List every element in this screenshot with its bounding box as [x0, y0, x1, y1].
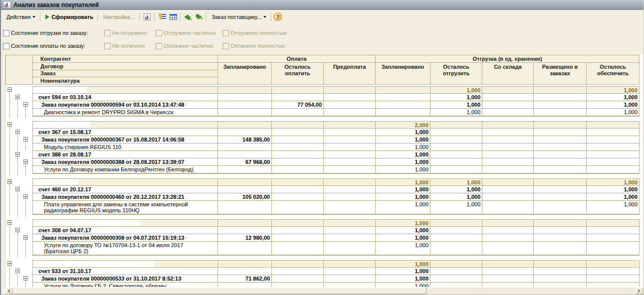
expand-groups-icon[interactable]: [194, 11, 205, 22]
value-cell[interactable]: 1,000: [376, 158, 430, 165]
name-cell[interactable]: Заказ покупателя 00000000367 от 15.08.20…: [33, 136, 218, 143]
value-cell[interactable]: [482, 151, 534, 158]
value-cell[interactable]: [587, 242, 639, 255]
name-cell[interactable]: Заказ покупателя 00000000308 от 04.07.20…: [33, 234, 218, 241]
value-cell[interactable]: [218, 101, 272, 108]
value-cell[interactable]: [218, 144, 272, 150]
value-cell[interactable]: [587, 261, 639, 267]
value-cell[interactable]: [376, 87, 430, 93]
value-cell[interactable]: 1,000: [376, 220, 430, 226]
value-cell[interactable]: [587, 234, 639, 241]
row-header-label[interactable]: Номенклатура: [33, 77, 217, 84]
name-cell[interactable]: [33, 122, 218, 128]
value-cell[interactable]: [272, 179, 324, 185]
order-row[interactable]: Заказ покупателя 00000000460 от 20.12.20…: [33, 193, 639, 201]
value-cell[interactable]: [534, 122, 587, 128]
value-cell[interactable]: 71 862,00: [218, 275, 272, 282]
value-cell[interactable]: [587, 151, 639, 158]
value-cell[interactable]: [430, 220, 482, 226]
value-cell[interactable]: 1,000: [430, 179, 482, 185]
value-cell[interactable]: [482, 101, 534, 108]
row-header-label[interactable]: Контрагент: [33, 55, 217, 63]
value-cell[interactable]: [430, 136, 482, 143]
value-cell[interactable]: [482, 122, 534, 128]
item-row[interactable]: Модуль стирания REGIUS 1101,000: [33, 144, 639, 151]
value-cell[interactable]: [272, 186, 324, 193]
value-cell[interactable]: [430, 129, 482, 136]
value-cell[interactable]: [272, 109, 324, 116]
table-settings-icon[interactable]: [168, 11, 179, 22]
value-cell[interactable]: [218, 242, 272, 255]
value-cell[interactable]: [324, 227, 376, 234]
value-cell[interactable]: [218, 186, 272, 193]
value-cell[interactable]: [324, 136, 376, 143]
name-cell[interactable]: счет 308 от 04.07.17: [33, 227, 218, 234]
value-cell[interactable]: [324, 234, 376, 241]
name-cell[interactable]: [33, 179, 218, 185]
column-header[interactable]: Размещено в заказах: [534, 63, 587, 84]
name-cell[interactable]: счет 533 от 31.10.17: [33, 268, 218, 275]
name-cell[interactable]: счет 460 от 20.12.17: [33, 186, 218, 193]
value-cell[interactable]: [587, 275, 639, 282]
name-cell[interactable]: Диагностика и ремонт DRYPRO SIGMA в Черк…: [33, 109, 218, 116]
value-cell[interactable]: [482, 179, 534, 185]
column-header[interactable]: Осталось оплатить: [272, 63, 324, 84]
value-cell[interactable]: [272, 122, 324, 128]
value-cell[interactable]: [324, 220, 376, 226]
value-cell[interactable]: [218, 87, 272, 93]
value-cell[interactable]: [534, 158, 587, 165]
group-summary-row[interactable]: 1,0001,000: [33, 87, 639, 94]
order-row[interactable]: Заказ покупателя 00000000308 от 04.07.20…: [33, 234, 639, 242]
value-cell[interactable]: [482, 242, 534, 255]
value-cell[interactable]: 1,000: [376, 201, 430, 214]
value-cell[interactable]: [534, 129, 587, 136]
value-cell[interactable]: [482, 268, 534, 275]
value-cell[interactable]: [324, 87, 376, 93]
item-row[interactable]: Услуги по Договору ГБ 2, Севастополя- об…: [33, 283, 639, 287]
value-cell[interactable]: [324, 201, 376, 214]
value-cell[interactable]: [534, 94, 587, 101]
supplier-order-button[interactable]: Заказ поставщику...: [209, 12, 269, 21]
name-cell[interactable]: счет 388 от 28.08.17: [33, 151, 218, 158]
value-cell[interactable]: [482, 109, 534, 116]
value-cell[interactable]: [324, 158, 376, 165]
name-cell[interactable]: Услуги по Договору ГБ 2, Севастополя- об…: [33, 283, 218, 287]
value-cell[interactable]: [324, 193, 376, 200]
value-cell[interactable]: [218, 166, 272, 173]
column-header[interactable]: Осталось отгрузить: [430, 63, 482, 84]
order-row[interactable]: Заказ покупателя 00000000594 от 03.10.20…: [33, 101, 639, 109]
row-header-label[interactable]: Заказ: [33, 70, 217, 78]
value-cell[interactable]: [218, 268, 272, 275]
value-cell[interactable]: 1,000: [376, 268, 430, 275]
value-cell[interactable]: [587, 227, 639, 234]
filter-settings-icon[interactable]: [157, 11, 168, 22]
value-cell[interactable]: [218, 261, 272, 267]
value-cell[interactable]: [272, 201, 324, 214]
generate-button[interactable]: Сформировать: [42, 12, 96, 21]
value-cell[interactable]: [534, 186, 587, 193]
account-row[interactable]: счет 367 от 15.08.171,000: [33, 129, 639, 136]
name-cell[interactable]: Заказ покупателя 00000000533 от 31.10.20…: [33, 275, 218, 282]
scroll-left-button[interactable]: [5, 288, 12, 294]
account-row[interactable]: счет 308 от 04.07.171,000: [33, 227, 639, 234]
account-row[interactable]: счет 594 от 03.10.141,0001,000: [33, 94, 639, 101]
value-cell[interactable]: [430, 122, 482, 128]
value-cell[interactable]: [534, 268, 587, 275]
value-cell[interactable]: [534, 193, 587, 200]
value-cell[interactable]: [272, 234, 324, 241]
value-cell[interactable]: 1,000: [587, 109, 639, 116]
value-cell[interactable]: 148 385,00: [218, 136, 272, 143]
shipment-state-checkbox[interactable]: [3, 30, 9, 36]
value-cell[interactable]: [218, 283, 272, 287]
value-cell[interactable]: 1,000: [376, 193, 430, 200]
value-cell[interactable]: [430, 144, 482, 150]
value-cell[interactable]: 1,000: [430, 94, 482, 101]
value-cell[interactable]: [587, 144, 639, 150]
value-cell[interactable]: [482, 234, 534, 241]
scrollbar-thumb[interactable]: [12, 288, 427, 294]
value-cell[interactable]: [534, 234, 587, 241]
value-cell[interactable]: 1,000: [376, 275, 430, 282]
name-cell[interactable]: Заказ покупателя 00000000388 от 28.08.20…: [33, 158, 218, 165]
order-row[interactable]: Заказ покупателя 00000000388 от 28.08.20…: [33, 158, 639, 166]
value-cell[interactable]: [587, 283, 639, 287]
